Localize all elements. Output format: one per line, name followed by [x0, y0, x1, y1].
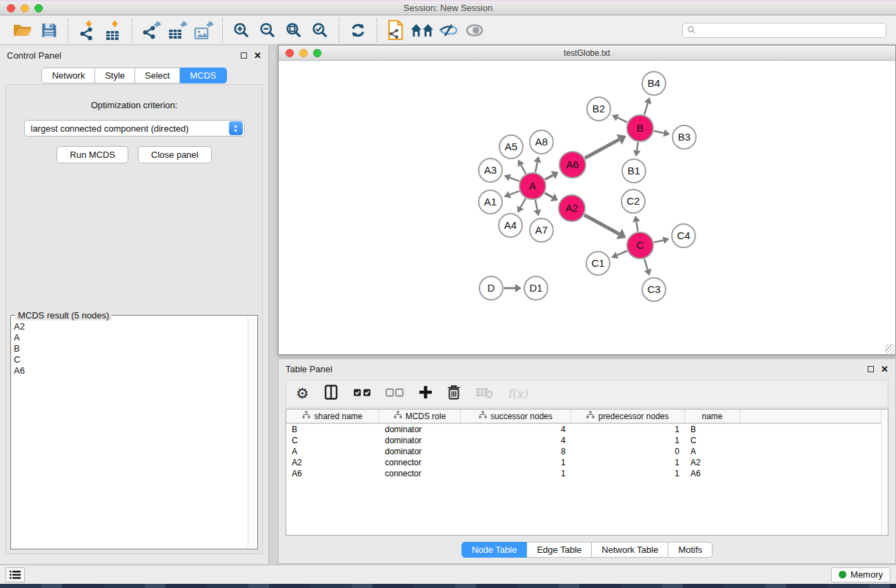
- float-panel-icon[interactable]: [241, 52, 247, 59]
- mcds-result-item[interactable]: B: [14, 343, 246, 354]
- table-panel: Table Panel ✕ ⚙f(x) shared nameMCDS role…: [278, 358, 896, 564]
- show-all-button[interactable]: [464, 19, 486, 41]
- graph-node-D[interactable]: D: [479, 276, 503, 300]
- zoom-out-button[interactable]: [257, 19, 279, 41]
- mcds-result-item[interactable]: A6: [14, 365, 246, 376]
- save-session-button[interactable]: [38, 19, 60, 41]
- column-header-shared-name[interactable]: shared name: [286, 409, 379, 423]
- tab-style[interactable]: Style: [95, 68, 135, 83]
- graph-node-A5[interactable]: A5: [499, 135, 523, 159]
- resize-grip-icon[interactable]: [885, 344, 895, 354]
- graph-node-B4[interactable]: B4: [642, 72, 666, 95]
- graph-node-C4[interactable]: C4: [672, 224, 695, 247]
- table-scrollbar[interactable]: [881, 409, 888, 535]
- import-network-button[interactable]: [76, 19, 98, 41]
- table-row[interactable]: A2connector11A2: [286, 457, 888, 468]
- function-builder-icon: f(x): [508, 387, 528, 401]
- zoom-fit-button[interactable]: [283, 19, 305, 41]
- memory-button[interactable]: Memory: [831, 567, 890, 582]
- result-scrollbar[interactable]: [248, 317, 256, 547]
- open-file-button[interactable]: [12, 19, 34, 41]
- open-file-icon: [12, 21, 33, 39]
- search-input[interactable]: [696, 26, 882, 35]
- export-table-button[interactable]: [166, 19, 188, 41]
- settings-gear-button[interactable]: ⚙: [296, 387, 309, 401]
- graph-node-B[interactable]: B: [627, 115, 653, 141]
- network-canvas[interactable]: B4B2BB3A5A8A6A3B1AA1C2A2A4A7C4CC1C3DD1: [279, 61, 895, 354]
- tab-network-table[interactable]: Network Table: [592, 542, 668, 558]
- column-header-name[interactable]: name: [685, 409, 740, 423]
- tab-edge-table[interactable]: Edge Table: [527, 542, 592, 558]
- graph-node-A[interactable]: A: [519, 173, 546, 199]
- run-mcds-button[interactable]: Run MCDS: [57, 146, 128, 163]
- close-panel-button[interactable]: Close panel: [138, 146, 212, 163]
- home-icon: [410, 21, 434, 39]
- close-table-panel-icon[interactable]: ✕: [881, 365, 888, 374]
- tab-node-table[interactable]: Node Table: [461, 542, 528, 558]
- table-row[interactable]: A6connector11A6: [286, 468, 888, 479]
- graph-node-A4[interactable]: A4: [499, 214, 522, 237]
- graph-node-A7[interactable]: A7: [530, 219, 553, 242]
- graph-node-B2[interactable]: B2: [587, 97, 610, 121]
- graph-node-C1[interactable]: C1: [586, 252, 610, 275]
- mcds-result-item[interactable]: A: [14, 332, 246, 343]
- network-file-icon: [386, 19, 406, 41]
- export-image-button[interactable]: [192, 19, 215, 41]
- tab-network[interactable]: Network: [41, 68, 95, 83]
- desktop-background: [0, 584, 896, 588]
- deselect-all-button[interactable]: [386, 387, 404, 401]
- toolbar-separator: [377, 19, 377, 42]
- home-button[interactable]: [411, 19, 433, 41]
- hide-selected-icon: [438, 22, 459, 39]
- import-table-button[interactable]: [102, 19, 124, 41]
- select-all-button[interactable]: [353, 387, 372, 401]
- graph-node-A2[interactable]: A2: [559, 195, 585, 221]
- zoom-selected-button[interactable]: [309, 19, 331, 41]
- task-history-button[interactable]: [6, 567, 25, 582]
- delete-row-button[interactable]: [447, 384, 461, 403]
- graph-node-B1[interactable]: B1: [622, 159, 646, 183]
- mcds-tab-content: Optimization criterion: largest connecte…: [6, 84, 263, 554]
- table-type-tabs: Node TableEdge TableNetwork TableMotifs: [279, 542, 895, 558]
- export-network-button[interactable]: [140, 19, 162, 41]
- zoom-in-button[interactable]: [230, 19, 252, 41]
- mcds-result-item[interactable]: A2: [14, 321, 246, 332]
- column-header-successor-nodes[interactable]: successor nodes: [461, 409, 571, 423]
- mcds-result-list[interactable]: A2ABCA6: [14, 321, 246, 547]
- network-file-button[interactable]: [385, 19, 407, 41]
- table-row[interactable]: Adominator80A: [286, 446, 888, 457]
- float-table-panel-icon[interactable]: [868, 366, 874, 372]
- table-row[interactable]: Cdominator41C: [286, 435, 888, 446]
- criterion-dropdown[interactable]: largest connected component (directed) ▲…: [24, 120, 245, 136]
- graph-node-C[interactable]: C: [627, 232, 653, 258]
- svg-text:B2: B2: [593, 103, 605, 114]
- window-title: Session: New Session: [0, 3, 896, 13]
- close-panel-icon[interactable]: ✕: [254, 51, 261, 60]
- network-window-titlebar[interactable]: testGlobe.txt: [279, 45, 895, 61]
- graph-node-C2[interactable]: C2: [621, 190, 645, 213]
- column-header-predecessor-nodes[interactable]: predecessor nodes: [571, 409, 685, 423]
- search-field[interactable]: [682, 23, 886, 38]
- tab-motifs[interactable]: Motifs: [668, 542, 713, 558]
- select-all-icon: [353, 387, 372, 401]
- table-header-row: shared nameMCDS rolesuccessor nodesprede…: [286, 409, 888, 424]
- hide-selected-button[interactable]: [437, 19, 459, 41]
- column-selector-button[interactable]: [323, 384, 339, 403]
- export-table-icon: [167, 21, 188, 40]
- network-graph[interactable]: B4B2BB3A5A8A6A3B1AA1C2A2A4A7C4CC1C3DD1: [279, 61, 895, 354]
- graph-node-A8[interactable]: A8: [530, 130, 553, 154]
- graph-node-A6[interactable]: A6: [559, 152, 586, 178]
- refresh-layout-button[interactable]: [347, 19, 369, 41]
- graph-node-A3[interactable]: A3: [479, 159, 502, 182]
- graph-node-C3[interactable]: C3: [642, 278, 666, 301]
- mcds-result-item[interactable]: C: [14, 354, 246, 365]
- graph-node-A1[interactable]: A1: [479, 190, 502, 214]
- column-header-MCDS-role[interactable]: MCDS role: [379, 409, 461, 423]
- add-row-button[interactable]: [418, 385, 433, 403]
- table-row[interactable]: Bdominator41B: [286, 424, 888, 435]
- graph-node-D1[interactable]: D1: [524, 276, 548, 300]
- tab-select[interactable]: Select: [135, 68, 180, 83]
- graph-node-B3[interactable]: B3: [673, 125, 696, 149]
- tab-mcds[interactable]: MCDS: [180, 68, 226, 83]
- table-cell: 1: [571, 458, 685, 467]
